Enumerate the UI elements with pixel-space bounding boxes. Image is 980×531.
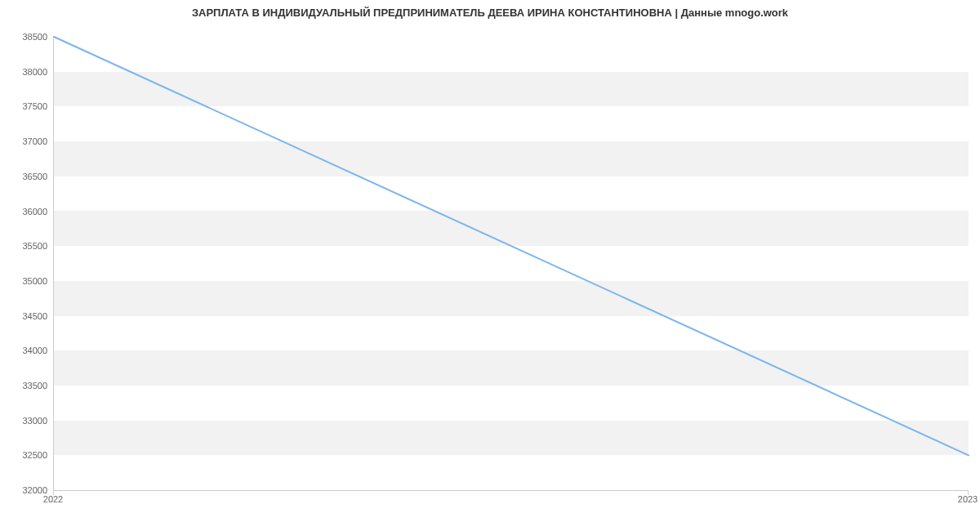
y-tick-label: 32500 [7,450,47,460]
y-tick-label: 36500 [7,172,47,181]
y-tick-label: 37000 [7,136,47,146]
y-tick-label: 33500 [7,381,47,390]
x-tick-label: 2023 [958,494,978,504]
y-tick-label: 37500 [7,101,47,111]
y-tick-label: 38500 [7,32,47,42]
y-tick-label: 32000 [7,485,47,495]
chart-title: ЗАРПЛАТА В ИНДИВИДУАЛЬНЫЙ ПРЕДПРИНИМАТЕЛ… [0,7,980,19]
y-tick-label: 34500 [7,311,47,321]
y-tick-label: 33000 [7,416,47,426]
y-tick-label: 36000 [7,207,47,216]
x-tick-label: 2022 [43,494,63,504]
series-line [54,37,969,455]
y-tick-label: 35000 [7,276,47,286]
y-tick-label: 38000 [7,67,47,77]
y-tick-label: 35500 [7,241,47,251]
series-svg [54,37,969,490]
plot-area [53,37,969,491]
salary-line-chart: ЗАРПЛАТА В ИНДИВИДУАЛЬНЫЙ ПРЕДПРИНИМАТЕЛ… [0,0,980,531]
y-tick-label: 34000 [7,346,47,355]
